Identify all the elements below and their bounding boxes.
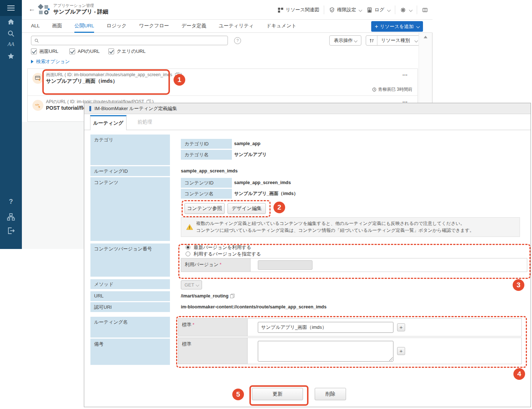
add-locale-button[interactable]: + [397,347,405,355]
list-item[interactable]: 画面URL ( ID: im-bloommaker://routes/sampl… [28,69,418,95]
header-actions: リソース関連図 権限設定 ログ [277,0,428,20]
radio-specify-version[interactable] [186,252,190,256]
row-label-url: URL [90,291,170,301]
routing-name-row: 標準* + [178,318,522,336]
copy-icon[interactable] [230,294,234,298]
breadcrumb: アプリケーション管理 [53,3,94,8]
sort-order-button[interactable] [366,36,377,45]
chevron-down-icon [387,8,391,12]
shield-check-icon [329,7,335,13]
annotation-number-5: 5 [232,389,244,400]
tab-data-definition[interactable]: データ定義 [182,20,206,33]
content-id-label: コンテンツID [181,178,232,188]
page-title: サンプルアプリ - 詳細 [53,8,108,15]
search-help-icon[interactable]: ? [234,37,241,44]
content-id-value: sample_app_screen_imds [234,178,291,188]
settings-button[interactable] [400,7,412,13]
tab-utility[interactable]: ユーティリティ [219,20,254,33]
add-locale-button[interactable]: + [397,323,405,331]
menu-button[interactable] [0,0,22,16]
update-button[interactable]: 更新 [252,388,303,400]
resource-name[interactable]: サンプルアプリ_画面（imds） [46,78,118,85]
design-edit-button[interactable]: デザイン編集 [228,203,266,214]
content-name-value: サンプルアプリ_画面（imds） [234,189,298,199]
note-textarea[interactable] [258,341,393,362]
chevron-down-icon [409,8,413,12]
warning-icon [186,223,193,231]
sidebar-item-sitemap[interactable] [6,213,16,222]
history-icon [372,87,377,92]
sidebar-item-logout[interactable] [6,226,16,236]
url-value: /imart/sample_routing [181,291,236,301]
permission-settings-button[interactable]: 権限設定 [329,7,362,13]
chevron-down-icon [416,25,420,28]
tab-screen[interactable]: 画面 [52,20,62,33]
chevron-down-icon [354,39,357,42]
sort-group[interactable]: リソース種別 [366,35,423,46]
auth-uri-value: im-bloommaker-content://contents/route/s… [181,302,326,312]
display-operations-button[interactable]: 表示操作 [329,35,361,46]
sidebar-item-help[interactable]: ? [6,198,16,207]
radio-latest-version-label[interactable]: 最新バージョンを利用する [194,245,251,250]
row-label-routing-name: ルーティング名 [90,317,170,338]
sidebar-item-font-size[interactable]: AA [6,41,16,50]
tab-all[interactable]: ALL [31,20,40,33]
tab-document[interactable]: ドキュメント [266,20,296,33]
divider [324,5,324,14]
dialog-tab-preprocess[interactable]: 前処理 [127,115,163,130]
more-menu-icon[interactable]: … [402,70,408,77]
routing-edit-dialog: IM-BloomMaker ルーティング定義編集 ルーティング 前処理 カテゴリ… [84,103,531,407]
scroll-up-arrow[interactable] [424,36,427,38]
help-icon: ? [9,198,13,205]
category-name-value: サンプルアプリ [234,150,267,160]
warning-box: 複数のルーティング定義と紐づいているコンテンツを編集すると、他のルーティング定義… [181,217,520,237]
radio-latest-version[interactable] [186,245,190,250]
sidebar-item-search[interactable] [6,29,16,39]
radio-specify-version-label[interactable]: 利用するバージョンを指定する [194,251,261,257]
application-icon [37,3,50,16]
star-icon [7,52,15,61]
resource-diagram-button[interactable]: リソース関連図 [277,7,319,13]
use-version-label: 利用バージョン* [181,258,251,272]
split-pane-button[interactable] [422,7,428,13]
use-version-row: 利用バージョン* [181,258,527,272]
sort-icon [369,38,374,43]
note-row: 標準 + [178,338,522,364]
row-label-method: メソッド [90,279,170,289]
plus-icon: + [375,23,378,30]
log-button[interactable]: ログ [366,7,390,13]
checkbox-query-url[interactable] [108,48,114,54]
gear-icon [400,7,406,13]
window-header: ← アプリケーション管理 サンプルアプリ - 詳細 リソース関連図 権限設定 [22,0,432,20]
back-button[interactable]: ← [28,5,35,13]
routing-name-input[interactable] [258,322,393,333]
resource-type-select[interactable]: リソース種別 [381,37,410,44]
chevron-down-icon [196,283,199,287]
content-name-label: コンテンツ名 [181,189,232,199]
sidebar-item-home[interactable] [6,17,16,27]
tab-workflow[interactable]: ワークフロー [139,20,169,33]
resource-tabbar: ALL 画面 公開URL ロジック ワークフロー データ定義 ユーティリティ ド… [22,20,432,33]
sitemap-icon [7,213,15,221]
annotation-number-4: 4 [513,368,525,380]
logout-icon [7,226,15,235]
add-resource-button[interactable]: + リソースを追加 [371,21,423,32]
last-updated: 青柳辰巳 3時間前 [372,86,412,93]
dialog-tab-routing[interactable]: ルーティング [90,115,127,130]
search-input[interactable] [31,36,228,45]
delete-button[interactable]: 削除 [315,388,346,400]
method-select: GET [181,280,202,289]
checkbox-api-url[interactable] [69,48,75,54]
log-icon [366,7,373,13]
routing-name-standard-label: 標準* [178,319,248,336]
dialog-titlebar: IM-BloomMaker ルーティング定義編集 [84,103,531,114]
checkbox-screen-url[interactable] [31,48,37,54]
content-view-button[interactable]: コンテンツ参照 [185,203,225,214]
routing-id-value: sample_app_screen_imds [181,166,238,176]
sidebar-item-favorites[interactable] [6,52,16,61]
warning-line-2: コンテンツに紐づいているルーティング定義は、コンテンツ情報の「紐づいているルーテ… [196,227,474,234]
tab-public-url[interactable]: 公開URL [74,20,94,33]
tab-logic[interactable]: ロジック [106,20,127,33]
filter-screen-url: 画面URL [31,48,58,55]
search-options-toggle[interactable]: 検索オプション [31,58,70,65]
